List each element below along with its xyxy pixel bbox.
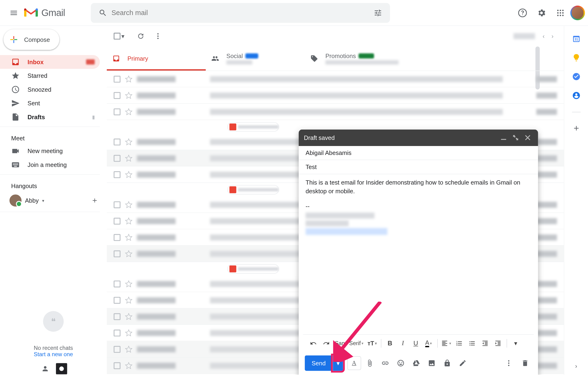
star-button[interactable]: [125, 154, 133, 162]
tab-primary[interactable]: Primary: [107, 47, 206, 71]
numbered-list-button[interactable]: [453, 337, 465, 349]
font-size-button[interactable]: тT: [366, 337, 378, 349]
tab-promotions[interactable]: Promotions: [305, 47, 404, 71]
gmail-logo[interactable]: Gmail: [24, 7, 65, 18]
account-avatar[interactable]: [571, 6, 585, 20]
indent-more-button[interactable]: [492, 337, 504, 349]
row-checkbox[interactable]: [114, 346, 120, 353]
search-bar[interactable]: [91, 3, 390, 22]
row-checkbox[interactable]: [114, 250, 120, 257]
row-checkbox[interactable]: [114, 75, 120, 82]
new-chat-button[interactable]: [90, 195, 100, 206]
row-checkbox[interactable]: [114, 171, 120, 178]
search-options-button[interactable]: [369, 4, 387, 21]
email-row[interactable]: [107, 71, 564, 87]
sidebar-folder-drafts[interactable]: Drafts▮: [0, 110, 100, 124]
bold-button[interactable]: B: [384, 337, 396, 349]
redo-button[interactable]: [320, 337, 332, 349]
sidebar-folder-inbox[interactable]: Inbox: [0, 55, 100, 69]
refresh-button[interactable]: [132, 28, 149, 45]
support-button[interactable]: [514, 4, 531, 21]
formatting-toggle-button[interactable]: A: [347, 356, 361, 370]
taskbar-hangouts[interactable]: [56, 363, 67, 375]
discard-draft-button[interactable]: [518, 356, 532, 370]
attachment-chip[interactable]: [227, 264, 279, 274]
prev-page-button[interactable]: ‹: [539, 31, 548, 41]
row-checkbox[interactable]: [114, 297, 120, 303]
compose-more-options[interactable]: [502, 356, 516, 370]
star-button[interactable]: [125, 75, 133, 83]
row-checkbox[interactable]: [114, 201, 120, 208]
star-button[interactable]: [125, 345, 133, 353]
send-button[interactable]: Send: [305, 355, 333, 371]
keep-app-button[interactable]: [572, 53, 580, 62]
text-color-button[interactable]: A: [423, 337, 435, 349]
apps-button[interactable]: [552, 4, 569, 21]
attachment-chip[interactable]: [227, 185, 279, 194]
row-checkbox[interactable]: [114, 280, 120, 287]
align-button[interactable]: [440, 337, 452, 349]
sidebar-folder-snoozed[interactable]: Snoozed: [0, 83, 100, 96]
tasks-app-button[interactable]: [572, 72, 580, 81]
taskbar-person[interactable]: [40, 363, 51, 375]
select-all-checkbox[interactable]: ▾: [114, 33, 125, 40]
row-checkbox[interactable]: [114, 108, 120, 115]
calendar-app-button[interactable]: 31: [572, 34, 580, 43]
row-checkbox[interactable]: [114, 234, 120, 241]
recipient-field[interactable]: Abigail Abesamis: [299, 146, 538, 160]
indent-less-button[interactable]: [479, 337, 491, 349]
star-button[interactable]: [125, 329, 133, 337]
star-button[interactable]: [125, 250, 133, 257]
send-options-button[interactable]: ▾: [333, 355, 343, 371]
get-addons-button[interactable]: [572, 124, 580, 132]
confidential-mode-button[interactable]: [440, 356, 454, 370]
row-checkbox[interactable]: [114, 92, 120, 99]
compose-body[interactable]: This is a test email for Insider demonst…: [299, 174, 538, 334]
row-checkbox[interactable]: [114, 329, 120, 336]
bulleted-list-button[interactable]: [466, 337, 478, 349]
star-button[interactable]: [125, 217, 133, 225]
underline-button[interactable]: U: [410, 337, 422, 349]
star-button[interactable]: [125, 362, 133, 369]
insert-signature-button[interactable]: [456, 356, 470, 370]
font-picker[interactable]: Sans Serif: [333, 337, 365, 349]
italic-button[interactable]: I: [397, 337, 409, 349]
insert-emoji-button[interactable]: [394, 356, 408, 370]
settings-button[interactable]: [533, 4, 550, 21]
collapse-sidepanel-button[interactable]: ›: [570, 358, 582, 375]
insert-photo-button[interactable]: [425, 356, 439, 370]
compose-header[interactable]: Draft saved: [299, 130, 538, 146]
email-row[interactable]: [107, 87, 564, 104]
search-icon-button[interactable]: [94, 4, 112, 21]
undo-button[interactable]: [307, 337, 319, 349]
compose-close-button[interactable]: [523, 133, 533, 143]
sidebar-folder-sent[interactable]: Sent: [0, 96, 100, 110]
insert-drive-button[interactable]: [409, 356, 423, 370]
meet-item-join-a-meeting[interactable]: Join a meeting: [0, 158, 100, 172]
row-checkbox[interactable]: [114, 155, 120, 162]
insert-link-button[interactable]: [378, 356, 392, 370]
star-button[interactable]: [125, 201, 133, 208]
star-button[interactable]: [125, 138, 133, 146]
next-page-button[interactable]: ›: [548, 31, 557, 41]
star-button[interactable]: [125, 92, 133, 99]
format-more-button[interactable]: ▾: [510, 337, 522, 349]
attachment-chip[interactable]: [227, 122, 279, 132]
star-button[interactable]: [125, 171, 133, 178]
tab-social[interactable]: Social: [206, 47, 305, 71]
row-checkbox[interactable]: [114, 313, 120, 320]
star-button[interactable]: [125, 312, 133, 320]
sidebar-folder-starred[interactable]: Starred: [0, 69, 100, 83]
star-button[interactable]: [125, 233, 133, 241]
star-button[interactable]: [125, 296, 133, 304]
subject-field[interactable]: Test: [299, 160, 538, 174]
row-checkbox[interactable]: [114, 218, 120, 224]
star-button[interactable]: [125, 108, 133, 115]
star-button[interactable]: [125, 280, 133, 288]
row-checkbox[interactable]: [114, 362, 120, 369]
compose-minimize-button[interactable]: [498, 133, 509, 143]
contacts-app-button[interactable]: [572, 91, 580, 100]
email-row[interactable]: [107, 104, 564, 120]
compose-button[interactable]: Compose: [3, 29, 60, 50]
meet-item-new-meeting[interactable]: New meeting: [0, 144, 100, 158]
